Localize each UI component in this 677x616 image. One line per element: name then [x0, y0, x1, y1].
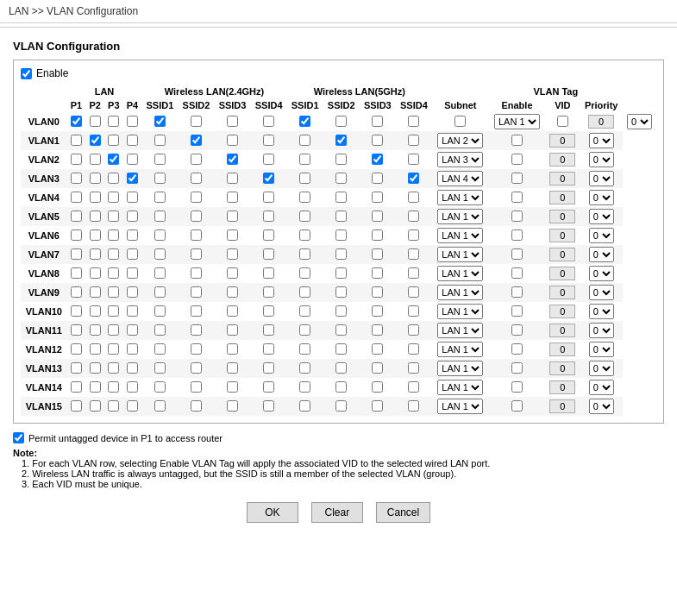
vlan-10-subnet[interactable]: LAN 1LAN 2LAN 3LAN 4: [437, 304, 483, 319]
vlan-14-w24-ssid4[interactable]: [263, 381, 274, 393]
vlan-14-w5-ssid3[interactable]: [372, 381, 383, 393]
vlan-0-w5-ssid3[interactable]: [372, 116, 383, 127]
vlan-4-subnet[interactable]: LAN 1LAN 2LAN 3LAN 4: [437, 190, 483, 205]
vlan-7-w5-ssid2[interactable]: [335, 248, 347, 260]
vlan-3-w24-ssid2[interactable]: [191, 173, 202, 184]
vlan-7-w24-ssid4[interactable]: [263, 248, 274, 260]
vlan-9-w5-ssid3[interactable]: [372, 286, 383, 298]
vlan-9-vid[interactable]: [549, 286, 575, 299]
vlan-14-w24-ssid1[interactable]: [154, 381, 166, 393]
vlan-9-priority[interactable]: 01234567: [589, 285, 614, 300]
vlan-11-tag-enable[interactable]: [511, 324, 523, 336]
vlan-6-w24-ssid3[interactable]: [227, 229, 238, 241]
vlan-11-lan-p1[interactable]: [71, 324, 82, 336]
vlan-6-w5-ssid1[interactable]: [299, 229, 310, 241]
vlan-12-subnet[interactable]: LAN 1LAN 2LAN 3LAN 4: [437, 342, 483, 357]
vlan-11-w24-ssid3[interactable]: [227, 324, 238, 336]
vlan-0-w24-ssid2[interactable]: [191, 116, 202, 127]
vlan-4-lan-p2[interactable]: [90, 192, 101, 203]
vlan-2-w5-ssid4[interactable]: [408, 154, 419, 165]
vlan-15-w24-ssid4[interactable]: [263, 400, 274, 412]
vlan-7-w5-ssid1[interactable]: [299, 248, 310, 260]
vlan-1-lan-p2[interactable]: [90, 135, 101, 146]
vlan-10-priority[interactable]: 01234567: [589, 304, 614, 319]
vlan-9-w24-ssid4[interactable]: [263, 286, 274, 298]
vlan-13-w5-ssid4[interactable]: [408, 362, 419, 374]
vlan-10-w24-ssid1[interactable]: [154, 305, 166, 317]
vlan-5-subnet[interactable]: LAN 1LAN 2LAN 3LAN 4: [437, 209, 483, 224]
vlan-1-subnet[interactable]: LAN 1LAN 2LAN 3LAN 4: [437, 133, 483, 148]
vlan-12-lan-p2[interactable]: [90, 343, 101, 355]
vlan-8-priority[interactable]: 01234567: [589, 266, 614, 281]
vlan-3-lan-p1[interactable]: [71, 173, 82, 184]
vlan-1-w5-ssid4[interactable]: [408, 135, 419, 146]
vlan-14-lan-p2[interactable]: [90, 381, 101, 393]
vlan-13-w24-ssid1[interactable]: [154, 362, 166, 374]
vlan-11-subnet[interactable]: LAN 1LAN 2LAN 3LAN 4: [437, 323, 483, 338]
vlan-12-lan-p3[interactable]: [108, 343, 119, 355]
vlan-12-w24-ssid4[interactable]: [263, 343, 274, 355]
vlan-15-priority[interactable]: 01234567: [589, 399, 614, 414]
vlan-7-lan-p3[interactable]: [108, 248, 119, 260]
vlan-2-lan-p3[interactable]: [108, 154, 119, 165]
vlan-6-priority[interactable]: 01234567: [589, 228, 614, 243]
vlan-8-lan-p4[interactable]: [127, 267, 138, 279]
vlan-4-lan-p1[interactable]: [71, 192, 82, 203]
vlan-8-tag-enable[interactable]: [511, 267, 523, 279]
vlan-9-lan-p3[interactable]: [108, 286, 119, 298]
vlan-7-w5-ssid3[interactable]: [372, 248, 383, 260]
vlan-8-w24-ssid3[interactable]: [227, 267, 238, 279]
vlan-4-tag-enable[interactable]: [511, 192, 523, 203]
vlan-3-lan-p4[interactable]: [127, 173, 138, 184]
vlan-0-vid[interactable]: [588, 115, 614, 129]
vlan-4-w5-ssid2[interactable]: [335, 192, 347, 203]
vlan-8-w24-ssid1[interactable]: [154, 267, 166, 279]
vlan-9-w24-ssid1[interactable]: [154, 286, 166, 298]
vlan-5-priority[interactable]: 01234567: [589, 209, 614, 224]
vlan-1-w24-ssid4[interactable]: [263, 135, 274, 146]
vlan-6-vid[interactable]: [549, 229, 575, 242]
vlan-6-lan-p1[interactable]: [71, 229, 82, 241]
vlan-1-lan-p3[interactable]: [108, 135, 119, 146]
vlan-5-tag-enable[interactable]: [511, 211, 523, 222]
vlan-15-w5-ssid3[interactable]: [372, 400, 383, 412]
vlan-1-tag-enable[interactable]: [511, 135, 523, 146]
vlan-7-lan-p4[interactable]: [127, 248, 138, 260]
vlan-8-lan-p3[interactable]: [108, 267, 119, 279]
vlan-2-priority[interactable]: 01234567: [589, 152, 614, 167]
vlan-14-vid[interactable]: [549, 380, 575, 394]
vlan-14-lan-p3[interactable]: [108, 381, 119, 393]
vlan-11-lan-p2[interactable]: [90, 324, 101, 336]
vlan-13-vid[interactable]: [549, 361, 575, 375]
vlan-8-w5-ssid1[interactable]: [299, 267, 310, 279]
vlan-5-lan-p1[interactable]: [71, 211, 82, 222]
vlan-10-lan-p2[interactable]: [90, 305, 101, 317]
vlan-10-tag-enable[interactable]: [511, 305, 523, 317]
vlan-7-w24-ssid3[interactable]: [227, 248, 238, 260]
vlan-5-w24-ssid1[interactable]: [154, 211, 166, 222]
vlan-2-w24-ssid2[interactable]: [191, 154, 202, 165]
vlan-7-w24-ssid1[interactable]: [154, 248, 166, 260]
vlan-11-priority[interactable]: 01234567: [589, 323, 614, 338]
enable-checkbox[interactable]: [21, 68, 32, 79]
vlan-1-lan-p4[interactable]: [127, 135, 138, 146]
vlan-8-w5-ssid4[interactable]: [408, 267, 419, 279]
vlan-15-w5-ssid4[interactable]: [408, 400, 419, 412]
vlan-12-lan-p1[interactable]: [71, 343, 82, 355]
vlan-10-w24-ssid2[interactable]: [191, 305, 202, 317]
vlan-0-w24-ssid1[interactable]: [154, 116, 166, 127]
vlan-15-subnet[interactable]: LAN 1LAN 2LAN 3LAN 4: [437, 399, 483, 414]
vlan-13-lan-p1[interactable]: [71, 362, 82, 374]
vlan-4-lan-p3[interactable]: [108, 192, 119, 203]
vlan-7-subnet[interactable]: LAN 1LAN 2LAN 3LAN 4: [437, 247, 483, 262]
vlan-6-lan-p2[interactable]: [90, 229, 101, 241]
vlan-10-w5-ssid3[interactable]: [372, 305, 383, 317]
vlan-10-w24-ssid3[interactable]: [227, 305, 238, 317]
cancel-button[interactable]: Cancel: [376, 502, 430, 523]
vlan-2-w5-ssid3[interactable]: [372, 154, 383, 165]
vlan-2-w24-ssid4[interactable]: [263, 154, 274, 165]
vlan-13-subnet[interactable]: LAN 1LAN 2LAN 3LAN 4: [437, 361, 483, 376]
vlan-7-tag-enable[interactable]: [511, 248, 523, 260]
vlan-14-tag-enable[interactable]: [511, 381, 523, 393]
vlan-4-lan-p4[interactable]: [127, 192, 138, 203]
